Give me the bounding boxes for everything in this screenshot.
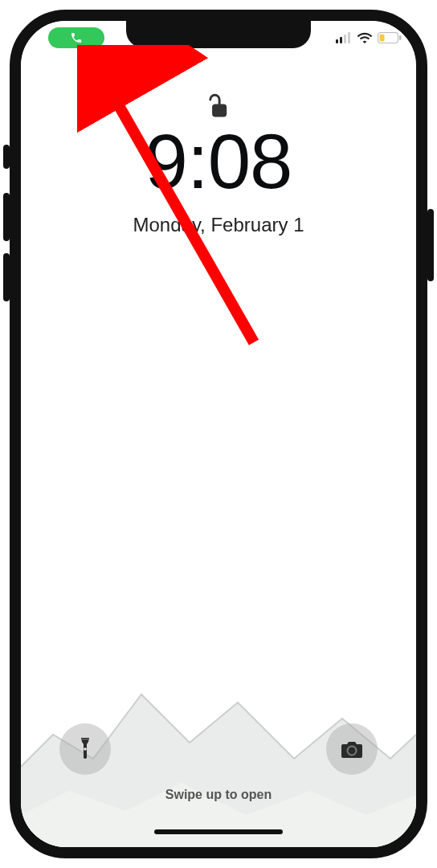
status-bar-right [313, 27, 402, 48]
status-bar-left [40, 27, 112, 48]
cellular-signal-icon [336, 32, 352, 43]
svg-rect-5 [380, 35, 385, 42]
camera-button[interactable] [326, 723, 378, 775]
lock-screen[interactable]: 9:08 Monday, February 1 Swipe up to open [21, 21, 416, 847]
wifi-icon [357, 32, 373, 43]
lock-screen-time: 9:08 [21, 117, 416, 206]
call-pill[interactable] [48, 27, 104, 48]
lock-open-icon [207, 93, 230, 121]
lock-screen-date: Monday, February 1 [21, 214, 416, 236]
phone-icon [70, 31, 83, 44]
svg-point-8 [84, 747, 86, 750]
mute-switch [3, 145, 10, 169]
svg-rect-7 [212, 104, 227, 117]
svg-rect-3 [348, 32, 350, 43]
svg-rect-1 [340, 37, 342, 43]
power-button [427, 209, 434, 281]
svg-rect-9 [82, 739, 88, 740]
home-indicator[interactable] [154, 829, 283, 834]
notch [126, 21, 311, 48]
camera-icon [340, 739, 364, 759]
phone-frame: 9:08 Monday, February 1 Swipe up to open [10, 10, 427, 858]
flashlight-icon [76, 737, 95, 761]
annotation-arrow [77, 45, 286, 366]
svg-rect-0 [336, 39, 338, 43]
svg-rect-2 [344, 35, 346, 43]
battery-icon [378, 32, 402, 43]
svg-line-11 [98, 69, 254, 342]
flashlight-button[interactable] [59, 723, 111, 775]
swipe-hint: Swipe up to open [21, 788, 416, 802]
volume-down-button [3, 253, 10, 301]
svg-rect-6 [399, 35, 402, 40]
volume-up-button [3, 193, 10, 241]
